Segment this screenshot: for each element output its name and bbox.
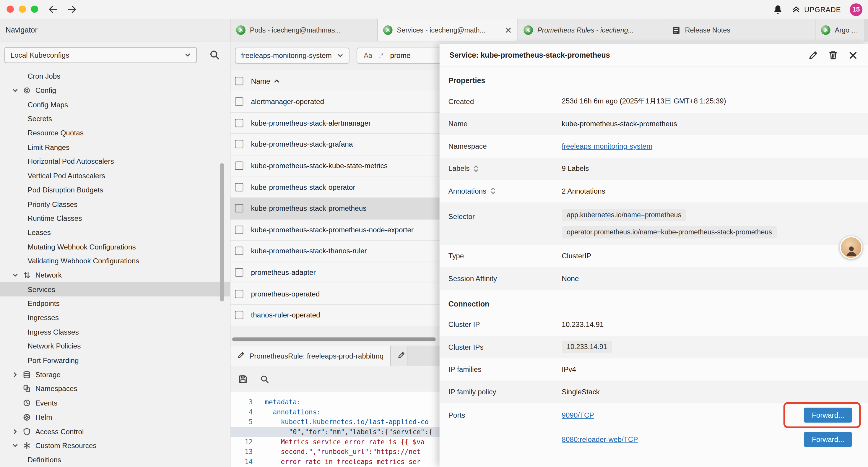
helm-wheel-icon (23, 413, 32, 421)
kubeconfig-selector[interactable]: Local Kubeconfigs (4, 47, 197, 63)
notification-count-badge[interactable]: 15 (850, 3, 862, 16)
sidebar-item-services[interactable]: Services (0, 282, 230, 296)
regex-toggle[interactable]: .* (379, 52, 383, 59)
row-checkbox[interactable] (235, 183, 243, 191)
sidebar-item-hpa[interactable]: Horizontal Pod Autoscalers (0, 154, 230, 169)
search-icon[interactable] (209, 49, 220, 60)
dock-tab-partial[interactable] (391, 346, 407, 366)
sidebar-item-mutating-webhooks[interactable]: Mutating Webhook Configurations (0, 240, 230, 254)
close-drawer-icon[interactable] (848, 50, 858, 60)
sort-ascending-icon[interactable] (274, 78, 280, 84)
sidebar-item-vpa[interactable]: Vertical Pod Autoscalers (0, 169, 230, 183)
chevron-down-icon[interactable] (12, 272, 20, 279)
edit-pencil-icon[interactable] (808, 50, 818, 60)
expand-toggle-icon[interactable] (473, 165, 479, 172)
save-icon[interactable] (239, 374, 248, 384)
upgrade-button[interactable]: UPGRADE (792, 5, 841, 14)
sidebar-item-config-maps[interactable]: Config Maps (0, 97, 230, 112)
row-checkbox[interactable] (235, 119, 243, 127)
sidebar-item-secrets[interactable]: Secrets (0, 112, 230, 126)
sidebar-item-pdb[interactable]: Pod Disruption Budgets (0, 183, 230, 197)
chevron-right-icon[interactable] (12, 428, 20, 435)
maximize-window-button[interactable] (31, 6, 38, 13)
sidebar-item-priority-classes[interactable]: Priority Classes (0, 197, 230, 211)
line-number (230, 427, 259, 437)
sidebar-item-endpoints[interactable]: Endpoints (0, 296, 230, 311)
namespace-link[interactable]: freeleaps-monitoring-system (562, 142, 652, 150)
close-tab-icon[interactable] (505, 27, 512, 34)
sidebar-item-runtime-classes[interactable]: Runtime Classes (0, 211, 230, 226)
horizontal-scrollbar[interactable] (232, 337, 436, 341)
sidebar-item-port-forwarding[interactable]: Port Forwarding (0, 353, 230, 368)
code-line: kubectl.kubernetes.io/last-applied-co (259, 417, 429, 427)
participant-avatar[interactable] (840, 236, 863, 259)
row-checkbox[interactable] (235, 226, 243, 234)
tab-pods[interactable]: Pods - icecheng@mathmas... (230, 19, 378, 42)
sidebar-item-helm[interactable]: Helm (0, 410, 230, 425)
row-checkbox[interactable] (235, 204, 243, 212)
properties-section-heading: Properties (448, 76, 868, 85)
sidebar-item-namespaces[interactable]: Namespaces (0, 382, 230, 396)
sidebar-item-ingress-classes[interactable]: Ingress Classes (0, 325, 230, 339)
search-input[interactable]: prome (390, 52, 410, 60)
sidebar-item-cron-jobs[interactable]: Cron Jobs (0, 69, 230, 83)
drawer-title: Service: kube-prometheus-stack-prometheu… (450, 51, 798, 59)
row-checkbox[interactable] (235, 311, 243, 319)
cluster-icon (236, 25, 246, 35)
sidebar-item-network[interactable]: Network (0, 268, 230, 282)
sidebar-item-ingresses[interactable]: Ingresses (0, 311, 230, 325)
sidebar-scrollbar[interactable] (220, 163, 224, 301)
row-checkbox[interactable] (235, 290, 243, 298)
ip-family-policy-value: SingleStack (562, 387, 868, 396)
sidebar-item-validating-webhooks[interactable]: Validating Webhook Configurations (0, 254, 230, 268)
row-checkbox[interactable] (235, 140, 243, 148)
annotations-count[interactable]: 2 Annotations (562, 187, 868, 195)
sidebar-item-resource-quotas[interactable]: Resource Quotas (0, 126, 230, 140)
sidebar-item-custom-resources[interactable]: Custom Resources (0, 439, 230, 453)
sidebar-item-limit-ranges[interactable]: Limit Ranges (0, 140, 230, 154)
search-icon[interactable] (260, 374, 270, 384)
config-icon (23, 86, 32, 95)
sidebar-item-storage[interactable]: Storage (0, 368, 230, 382)
chevron-right-icon[interactable] (12, 372, 20, 378)
row-checkbox[interactable] (235, 247, 243, 255)
forward-button[interactable]: Forward... (804, 408, 852, 423)
ip-families-value: IPv4 (562, 365, 868, 374)
tab-services[interactable]: Services - icecheng@math... (378, 19, 518, 42)
chevron-down-icon[interactable] (12, 87, 20, 94)
port-link[interactable]: 9090/TCP (562, 411, 594, 419)
row-checkbox[interactable] (235, 97, 243, 106)
row-checkbox[interactable] (235, 162, 243, 170)
code-line: Metrics service error rate is {{ $va (259, 437, 425, 447)
tab-argo[interactable]: Argo Se (815, 19, 864, 42)
connection-section-heading: Connection (448, 299, 868, 308)
chevron-down-icon[interactable] (12, 442, 20, 449)
chevron-down-icon (337, 53, 343, 59)
close-window-button[interactable] (6, 6, 13, 13)
namespace-selector[interactable]: freeleaps-monitoring-system (235, 48, 349, 63)
port-link[interactable]: 8080:reloader-web/TCP (562, 435, 638, 444)
sidebar-item-events[interactable]: Events (0, 396, 230, 410)
back-icon[interactable] (48, 4, 59, 17)
name-column-header[interactable]: Name (251, 77, 270, 85)
sidebar-item-definitions[interactable]: Definitions (0, 453, 230, 467)
sidebar-item-leases[interactable]: Leases (0, 226, 230, 240)
sidebar-item-network-policies[interactable]: Network Policies (0, 339, 230, 353)
forward-icon[interactable] (66, 4, 78, 17)
minimize-window-button[interactable] (19, 6, 26, 13)
drawer-header: Service: kube-prometheus-stack-prometheu… (440, 44, 868, 66)
delete-trash-icon[interactable] (828, 50, 838, 60)
notifications-bell-icon[interactable] (773, 4, 783, 14)
tab-release-notes[interactable]: Release Notes (666, 19, 815, 42)
sidebar-item-config[interactable]: Config (0, 83, 230, 97)
forward-button[interactable]: Forward... (804, 432, 852, 447)
match-case-toggle[interactable]: Aa (364, 52, 372, 59)
sidebar-item-access-control[interactable]: Access Control (0, 425, 230, 439)
expand-toggle-icon[interactable] (490, 187, 496, 195)
dock-tab-prometheusrule[interactable]: PrometheusRule: freeleaps-prod-rabbitmq (230, 346, 391, 366)
row-checkbox[interactable] (235, 268, 243, 276)
select-all-checkbox[interactable] (235, 77, 243, 85)
line-number: 14 (230, 457, 259, 467)
tab-prometheus-rules[interactable]: Prometheus Rules - icecheng... (518, 19, 666, 42)
labels-count[interactable]: 9 Labels (562, 164, 868, 173)
